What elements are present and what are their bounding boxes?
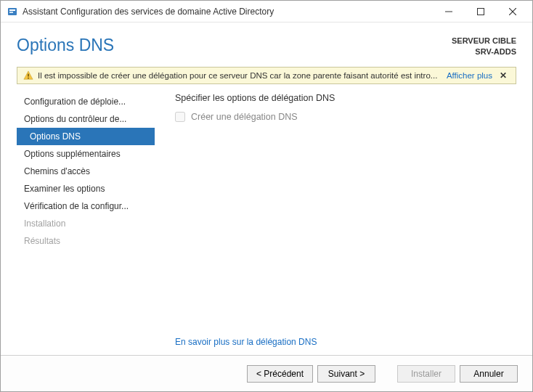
wizard-body: Configuration de déploie... Options du c… (1, 91, 532, 353)
window-controls (439, 4, 529, 19)
wizard-footer: < Précédent Suivant > Installer Annuler (1, 355, 532, 391)
warning-more-link[interactable]: Afficher plus (447, 71, 492, 80)
warning-bar: Il est impossible de créer une délégatio… (17, 67, 516, 84)
target-label: SERVEUR CIBLE (452, 36, 516, 46)
page-title: Options DNS (17, 36, 114, 55)
section-title: Spécifier les options de délégation DNS (175, 93, 516, 103)
wizard-steps-sidebar: Configuration de déploie... Options du c… (17, 91, 155, 353)
dns-delegation-checkbox (175, 112, 185, 122)
sidebar-item-deployment-config[interactable]: Configuration de déploie... (17, 93, 155, 110)
target-server-name: SRV-ADDS (452, 46, 516, 57)
titlebar: Assistant Configuration des services de … (1, 1, 532, 23)
cancel-button[interactable]: Annuler (460, 365, 518, 383)
svg-rect-2 (9, 12, 13, 13)
maximize-button[interactable] (471, 4, 490, 19)
close-button[interactable] (503, 4, 522, 19)
warning-close-button[interactable]: ✕ (497, 70, 510, 81)
wizard-content: Spécifier les options de délégation DNS … (155, 91, 532, 353)
warning-text: Il est impossible de créer une délégatio… (38, 71, 442, 80)
svg-point-9 (28, 77, 29, 78)
install-button: Installer (397, 365, 455, 383)
sidebar-item-paths[interactable]: Chemins d'accès (17, 163, 155, 180)
next-button[interactable]: Suivant > (317, 365, 375, 383)
sidebar-item-additional-options[interactable]: Options supplémentaires (17, 145, 155, 163)
dns-delegation-checkbox-row: Créer une délégation DNS (175, 112, 516, 122)
sidebar-item-dc-options[interactable]: Options du contrôleur de... (17, 110, 155, 128)
svg-rect-8 (28, 73, 28, 76)
previous-button[interactable]: < Précédent (247, 365, 313, 383)
dns-delegation-checkbox-label: Créer une délégation DNS (191, 112, 298, 122)
sidebar-item-prereq-check[interactable]: Vérification de la configur... (17, 197, 155, 215)
warning-icon (23, 70, 33, 81)
sidebar-item-dns-options[interactable]: Options DNS (17, 128, 155, 145)
minimize-button[interactable] (439, 4, 458, 19)
page-header: Options DNS SERVEUR CIBLE SRV-ADDS (1, 23, 532, 64)
window-title: Assistant Configuration des services de … (23, 7, 439, 17)
app-icon (7, 6, 18, 17)
svg-rect-4 (478, 8, 484, 15)
sidebar-item-review-options[interactable]: Examiner les options (17, 180, 155, 197)
target-server-block: SERVEUR CIBLE SRV-ADDS (452, 36, 516, 58)
sidebar-item-results: Résultats (17, 232, 155, 250)
sidebar-item-installation: Installation (17, 215, 155, 232)
learn-more-link[interactable]: En savoir plus sur la délégation DNS (175, 337, 317, 347)
svg-rect-1 (9, 9, 15, 11)
